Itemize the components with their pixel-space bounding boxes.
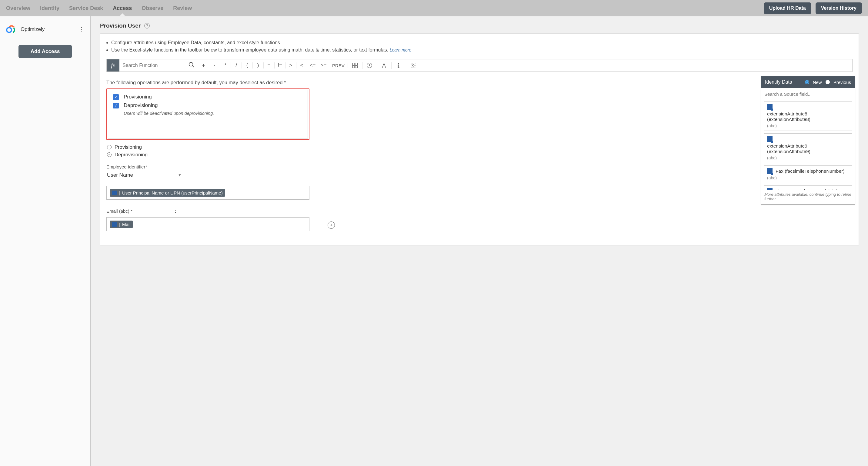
deprovisioning-hint: Users will be deactivated upon deprovisi… — [124, 111, 303, 116]
field-chip-icon — [112, 191, 117, 195]
datetime-category-icon[interactable] — [363, 62, 377, 69]
collapse-provisioning-icon[interactable]: − — [107, 145, 112, 149]
sidebar: Optimizely ⋮ Add Access — [0, 17, 91, 466]
collapse-provisioning-label: Provisioning — [115, 144, 142, 150]
function-search[interactable] — [119, 59, 198, 71]
top-nav: Overview Identity Service Desk Access Ob… — [0, 0, 868, 17]
function-toolbar: fx + - * / ( ) = != > < — [106, 59, 852, 72]
instruction-item: Use the Excel-style functions in the too… — [111, 46, 852, 54]
app-name: Optimizely — [21, 26, 74, 32]
nav-tab-identity[interactable]: Identity — [40, 1, 59, 16]
identity-search-input[interactable] — [764, 90, 851, 98]
svg-rect-6 — [355, 66, 357, 68]
identity-item-name: Fax (facsimileTelephoneNumber) — [776, 168, 844, 174]
mail-token[interactable]: |Mail — [110, 221, 133, 228]
help-icon[interactable]: ? — [144, 23, 150, 29]
op-minus[interactable]: - — [209, 62, 220, 68]
add-field-button[interactable]: + — [328, 221, 335, 229]
upload-hr-data-button[interactable]: Upload HR Data — [764, 2, 811, 14]
misc-category-icon[interactable] — [406, 62, 421, 69]
identity-item[interactable]: extensionAttribute8 (extensionAttribute8… — [764, 101, 852, 131]
identity-data-panel: Identity Data New Previous extensionAttr… — [761, 76, 855, 205]
kebab-menu-icon[interactable]: ⋮ — [79, 26, 85, 33]
nav-tab-review[interactable]: Review — [173, 1, 192, 16]
math-category-icon[interactable] — [348, 62, 363, 69]
deprovisioning-checkbox-label: Deprovisioning — [124, 102, 158, 108]
employee-identifier-value: User Name — [107, 172, 133, 178]
page-title: Provision User — [100, 23, 141, 29]
svg-point-1 — [189, 62, 193, 66]
identity-radio-new[interactable] — [805, 80, 809, 84]
svg-point-0 — [7, 28, 11, 32]
identity-item-name: extensionAttribute9 (extensionAttribute9… — [767, 143, 849, 154]
employee-identifier-label: Employee Identifier* — [106, 164, 309, 169]
collapse-deprovisioning-label: Deprovisioning — [115, 152, 148, 158]
nav-tab-access[interactable]: Access — [113, 1, 132, 16]
svg-rect-5 — [352, 66, 354, 68]
svg-point-9 — [411, 63, 416, 68]
provisioning-checkbox[interactable]: ✓ — [113, 94, 119, 100]
upn-token[interactable]: |User Principal Name or UPN (userPrincip… — [110, 189, 225, 197]
employee-identifier-select[interactable]: User Name ▼ — [106, 171, 182, 180]
provisioning-checkbox-label: Provisioning — [124, 94, 152, 100]
op-gte[interactable]: >= — [318, 62, 329, 68]
op-prev[interactable]: PREV — [329, 63, 348, 68]
nav-tab-service-desk[interactable]: Service Desk — [69, 1, 103, 16]
op-paren-close[interactable]: ) — [253, 62, 264, 68]
upn-formula-input[interactable]: |User Principal Name or UPN (userPrincip… — [106, 186, 309, 200]
deprovisioning-checkbox[interactable]: ✓ — [113, 103, 119, 108]
identity-item-name: First Name (givenName) — [776, 188, 827, 190]
content-panel: Configure attributes using Employee Data… — [100, 33, 859, 245]
identity-item-type: (abc) — [767, 176, 777, 180]
svg-line-2 — [192, 65, 194, 67]
attribute-icon — [767, 168, 773, 174]
svg-rect-4 — [355, 63, 357, 65]
op-lte[interactable]: <= — [307, 62, 318, 68]
op-paren-open[interactable]: ( — [242, 62, 253, 68]
identity-item[interactable]: First Name (givenName) (abc) — [764, 185, 852, 190]
chevron-down-icon: ▼ — [178, 173, 182, 177]
identity-item-type: (abc) — [767, 155, 777, 160]
op-lt[interactable]: < — [297, 62, 307, 68]
op-equals[interactable]: = — [264, 62, 275, 68]
op-multiply[interactable]: * — [220, 62, 231, 68]
nav-tabs: Overview Identity Service Desk Access Ob… — [6, 1, 192, 16]
learn-more-link[interactable]: Learn more — [390, 48, 411, 53]
identity-item-type: (abc) — [828, 189, 838, 190]
svg-point-8 — [398, 63, 399, 64]
nav-tab-observe[interactable]: Observe — [142, 1, 163, 16]
collapse-deprovisioning-icon[interactable]: − — [107, 152, 112, 157]
instructions-list: Configure attributes using Employee Data… — [111, 39, 852, 54]
identity-item[interactable]: Fax (facsimileTelephoneNumber) (abc) — [764, 165, 852, 183]
search-icon[interactable] — [188, 62, 195, 70]
operations-box-highlighted: ✓ Provisioning ✓ Deprovisioning Users wi… — [106, 89, 309, 140]
identity-radio-previous[interactable] — [826, 80, 830, 84]
op-plus[interactable]: + — [198, 62, 209, 68]
sidebar-app-row[interactable]: Optimizely ⋮ — [0, 20, 90, 39]
email-label: Email (abc) * — [106, 209, 132, 214]
optimizely-logo-icon — [5, 24, 17, 35]
fx-label: fx — [107, 59, 119, 71]
main-content: Provision User ? Configure attributes us… — [91, 17, 868, 466]
identity-panel-title: Identity Data — [765, 80, 805, 85]
email-formula-input[interactable]: |Mail — [106, 217, 309, 231]
op-gt[interactable]: > — [285, 62, 297, 68]
op-divide[interactable]: / — [231, 62, 242, 68]
op-not-equals[interactable]: != — [275, 62, 285, 68]
instruction-item: Configure attributes using Employee Data… — [111, 39, 852, 46]
identity-item[interactable]: extensionAttribute9 (extensionAttribute9… — [764, 133, 852, 163]
identity-radio-new-label: New — [813, 80, 822, 85]
identity-item-name: extensionAttribute8 (extensionAttribute8… — [767, 111, 849, 122]
nav-tab-overview[interactable]: Overview — [6, 1, 30, 16]
identity-radio-previous-label: Previous — [833, 80, 851, 85]
identity-attribute-list[interactable]: extensionAttribute8 (extensionAttribute8… — [761, 99, 855, 190]
add-access-button[interactable]: Add Access — [19, 45, 72, 58]
operations-intro: The following operations are performed b… — [106, 80, 852, 86]
email-colon: : — [175, 208, 176, 214]
svg-rect-3 — [352, 63, 354, 65]
info-category-icon[interactable] — [392, 62, 406, 69]
function-search-input[interactable] — [122, 63, 188, 68]
attribute-icon — [767, 104, 773, 110]
version-history-button[interactable]: Version History — [815, 2, 862, 14]
text-category-icon[interactable] — [377, 62, 392, 69]
